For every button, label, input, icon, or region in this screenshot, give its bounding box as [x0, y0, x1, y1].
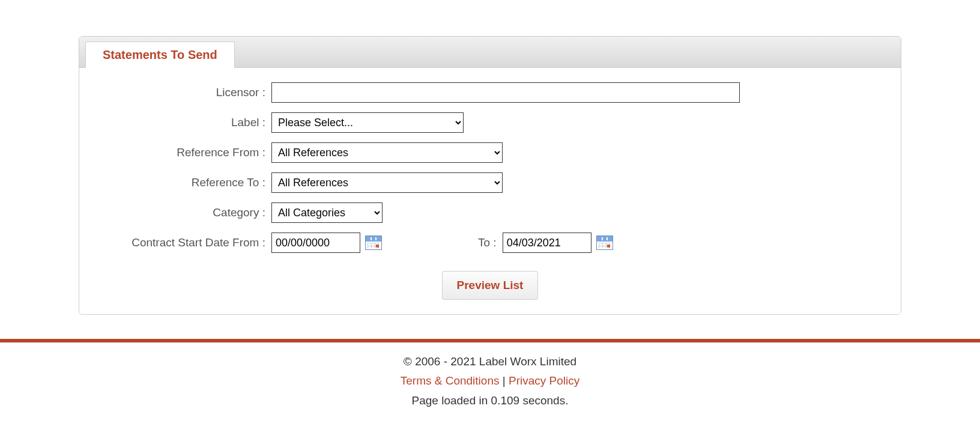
panel-body: Licensor : Label : Please Select... Refe…: [79, 67, 901, 314]
date-to-label: To :: [478, 236, 497, 249]
label-select[interactable]: Please Select...: [271, 112, 464, 133]
reference-to-label: Reference To :: [91, 176, 271, 189]
statements-panel: Statements To Send Licensor : Label : Pl…: [79, 36, 901, 315]
privacy-link[interactable]: Privacy Policy: [509, 374, 579, 387]
date-from-input[interactable]: [271, 233, 360, 253]
calendar-icon[interactable]: [365, 236, 382, 250]
footer: © 2006 - 2021 Label Worx Limited Terms &…: [0, 342, 980, 420]
category-select[interactable]: All Categories: [271, 202, 383, 223]
tab-statements-to-send[interactable]: Statements To Send: [85, 41, 235, 68]
footer-pipe: |: [499, 374, 509, 387]
copyright-text: © 2006 - 2021 Label Worx Limited: [0, 352, 980, 371]
licensor-label: Licensor :: [91, 86, 271, 99]
terms-link[interactable]: Terms & Conditions: [401, 374, 500, 387]
load-time-text: Page loaded in 0.109 seconds.: [0, 391, 980, 410]
reference-to-select[interactable]: All References: [271, 172, 503, 193]
category-label: Category :: [91, 206, 271, 219]
tab-header: Statements To Send: [79, 37, 901, 67]
date-to-input[interactable]: [503, 233, 591, 253]
reference-from-select[interactable]: All References: [271, 142, 503, 163]
date-from-label: Contract Start Date From :: [91, 236, 271, 249]
preview-list-button[interactable]: Preview List: [442, 271, 539, 300]
licensor-input[interactable]: [271, 82, 740, 103]
reference-from-label: Reference From :: [91, 146, 271, 159]
label-label: Label :: [91, 116, 271, 129]
calendar-icon[interactable]: [596, 236, 613, 250]
